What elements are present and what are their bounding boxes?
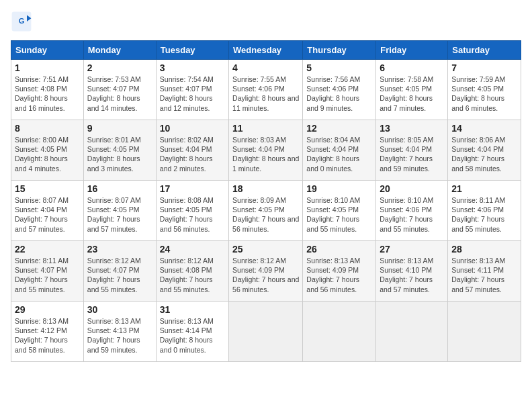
day-info: Sunrise: 8:05 AM Sunset: 4:04 PM Dayligh… — [380, 135, 444, 173]
day-number: 12 — [306, 123, 372, 134]
day-info: Sunrise: 7:56 AM Sunset: 4:06 PM Dayligh… — [306, 75, 372, 113]
day-number: 30 — [87, 304, 152, 315]
calendar-cell: 11Sunrise: 8:03 AM Sunset: 4:04 PM Dayli… — [229, 120, 303, 181]
calendar-week-row: 15Sunrise: 8:07 AM Sunset: 4:04 PM Dayli… — [11, 181, 521, 241]
day-info: Sunrise: 8:07 AM Sunset: 4:05 PM Dayligh… — [87, 195, 152, 234]
weekday-header-wednesday: Wednesday — [229, 41, 303, 60]
calendar-cell: 1Sunrise: 7:51 AM Sunset: 4:08 PM Daylig… — [11, 60, 84, 120]
day-number: 5 — [306, 62, 372, 73]
calendar-cell — [376, 302, 448, 362]
calendar-cell: 27Sunrise: 8:13 AM Sunset: 4:10 PM Dayli… — [376, 241, 448, 302]
day-info: Sunrise: 8:12 AM Sunset: 4:07 PM Dayligh… — [87, 256, 152, 294]
day-info: Sunrise: 7:55 AM Sunset: 4:06 PM Dayligh… — [232, 75, 299, 113]
calendar-cell: 13Sunrise: 8:05 AM Sunset: 4:04 PM Dayli… — [376, 120, 448, 181]
day-number: 31 — [160, 304, 225, 315]
day-number: 25 — [232, 244, 299, 255]
day-info: Sunrise: 8:07 AM Sunset: 4:04 PM Dayligh… — [15, 195, 80, 234]
logo: G — [11, 11, 35, 32]
calendar-week-row: 22Sunrise: 8:11 AM Sunset: 4:07 PM Dayli… — [11, 241, 521, 302]
day-info: Sunrise: 7:58 AM Sunset: 4:05 PM Dayligh… — [380, 75, 444, 113]
day-info: Sunrise: 8:06 AM Sunset: 4:04 PM Dayligh… — [451, 135, 517, 173]
calendar-cell: 21Sunrise: 8:11 AM Sunset: 4:06 PM Dayli… — [448, 181, 521, 241]
day-number: 16 — [87, 183, 152, 194]
day-number: 10 — [160, 123, 225, 134]
calendar-cell: 14Sunrise: 8:06 AM Sunset: 4:04 PM Dayli… — [448, 120, 521, 181]
day-info: Sunrise: 8:00 AM Sunset: 4:05 PM Dayligh… — [15, 135, 80, 173]
calendar-cell: 29Sunrise: 8:13 AM Sunset: 4:12 PM Dayli… — [11, 302, 84, 362]
calendar-cell: 5Sunrise: 7:56 AM Sunset: 4:06 PM Daylig… — [303, 60, 376, 120]
day-number: 18 — [232, 183, 299, 194]
calendar-cell: 25Sunrise: 8:12 AM Sunset: 4:09 PM Dayli… — [229, 241, 303, 302]
calendar-cell: 8Sunrise: 8:00 AM Sunset: 4:05 PM Daylig… — [11, 120, 84, 181]
calendar-cell — [303, 302, 376, 362]
calendar-cell: 7Sunrise: 7:59 AM Sunset: 4:05 PM Daylig… — [448, 60, 521, 120]
day-number: 28 — [451, 244, 517, 255]
day-info: Sunrise: 8:12 AM Sunset: 4:08 PM Dayligh… — [160, 256, 225, 294]
day-number: 3 — [160, 62, 225, 73]
day-number: 20 — [380, 183, 444, 194]
page-header: G — [11, 11, 521, 32]
day-info: Sunrise: 8:13 AM Sunset: 4:12 PM Dayligh… — [15, 316, 80, 355]
day-info: Sunrise: 8:08 AM Sunset: 4:05 PM Dayligh… — [160, 195, 225, 234]
day-info: Sunrise: 8:13 AM Sunset: 4:13 PM Dayligh… — [87, 316, 152, 355]
calendar-cell: 26Sunrise: 8:13 AM Sunset: 4:09 PM Dayli… — [303, 241, 376, 302]
calendar-cell: 19Sunrise: 8:10 AM Sunset: 4:05 PM Dayli… — [303, 181, 376, 241]
day-number: 13 — [380, 123, 444, 134]
day-number: 8 — [15, 123, 80, 134]
calendar-cell: 23Sunrise: 8:12 AM Sunset: 4:07 PM Dayli… — [83, 241, 156, 302]
day-number: 7 — [451, 62, 517, 73]
day-info: Sunrise: 8:04 AM Sunset: 4:04 PM Dayligh… — [306, 135, 372, 173]
day-info: Sunrise: 8:10 AM Sunset: 4:05 PM Dayligh… — [306, 195, 372, 234]
calendar-cell: 17Sunrise: 8:08 AM Sunset: 4:05 PM Dayli… — [156, 181, 228, 241]
weekday-header-thursday: Thursday — [303, 41, 376, 60]
day-number: 27 — [380, 244, 444, 255]
calendar-cell — [448, 302, 521, 362]
day-info: Sunrise: 8:03 AM Sunset: 4:04 PM Dayligh… — [232, 135, 299, 173]
calendar-cell: 4Sunrise: 7:55 AM Sunset: 4:06 PM Daylig… — [229, 60, 303, 120]
day-number: 17 — [160, 183, 225, 194]
day-number: 22 — [15, 244, 80, 255]
day-number: 19 — [306, 183, 372, 194]
day-info: Sunrise: 8:13 AM Sunset: 4:10 PM Dayligh… — [380, 256, 444, 294]
calendar-cell: 30Sunrise: 8:13 AM Sunset: 4:13 PM Dayli… — [83, 302, 156, 362]
day-info: Sunrise: 8:01 AM Sunset: 4:05 PM Dayligh… — [87, 135, 152, 173]
day-info: Sunrise: 8:13 AM Sunset: 4:14 PM Dayligh… — [160, 316, 225, 355]
weekday-header-saturday: Saturday — [448, 41, 521, 60]
day-info: Sunrise: 8:13 AM Sunset: 4:09 PM Dayligh… — [306, 256, 372, 294]
calendar-cell: 22Sunrise: 8:11 AM Sunset: 4:07 PM Dayli… — [11, 241, 84, 302]
calendar-cell: 28Sunrise: 8:13 AM Sunset: 4:11 PM Dayli… — [448, 241, 521, 302]
calendar-week-row: 1Sunrise: 7:51 AM Sunset: 4:08 PM Daylig… — [11, 60, 521, 120]
weekday-header-row: SundayMondayTuesdayWednesdayThursdayFrid… — [11, 41, 521, 60]
day-info: Sunrise: 7:53 AM Sunset: 4:07 PM Dayligh… — [87, 75, 152, 113]
weekday-header-monday: Monday — [83, 41, 156, 60]
weekday-header-tuesday: Tuesday — [156, 41, 228, 60]
calendar-cell: 18Sunrise: 8:09 AM Sunset: 4:05 PM Dayli… — [229, 181, 303, 241]
calendar-cell — [229, 302, 303, 362]
day-number: 6 — [380, 62, 444, 73]
day-info: Sunrise: 8:09 AM Sunset: 4:05 PM Dayligh… — [232, 195, 299, 234]
day-number: 14 — [451, 123, 517, 134]
calendar-cell: 6Sunrise: 7:58 AM Sunset: 4:05 PM Daylig… — [376, 60, 448, 120]
calendar-cell: 12Sunrise: 8:04 AM Sunset: 4:04 PM Dayli… — [303, 120, 376, 181]
day-info: Sunrise: 7:54 AM Sunset: 4:07 PM Dayligh… — [160, 75, 225, 113]
day-info: Sunrise: 8:12 AM Sunset: 4:09 PM Dayligh… — [232, 256, 299, 294]
svg-text:G: G — [19, 17, 25, 25]
day-number: 11 — [232, 123, 299, 134]
day-number: 15 — [15, 183, 80, 194]
day-info: Sunrise: 8:11 AM Sunset: 4:06 PM Dayligh… — [451, 195, 517, 234]
calendar-cell: 20Sunrise: 8:10 AM Sunset: 4:06 PM Dayli… — [376, 181, 448, 241]
calendar-week-row: 29Sunrise: 8:13 AM Sunset: 4:12 PM Dayli… — [11, 302, 521, 362]
day-info: Sunrise: 7:59 AM Sunset: 4:05 PM Dayligh… — [451, 75, 517, 113]
calendar-cell: 24Sunrise: 8:12 AM Sunset: 4:08 PM Dayli… — [156, 241, 228, 302]
day-info: Sunrise: 8:13 AM Sunset: 4:11 PM Dayligh… — [451, 256, 517, 294]
day-number: 1 — [15, 62, 80, 73]
calendar-cell: 16Sunrise: 8:07 AM Sunset: 4:05 PM Dayli… — [83, 181, 156, 241]
day-number: 21 — [451, 183, 517, 194]
calendar-cell: 15Sunrise: 8:07 AM Sunset: 4:04 PM Dayli… — [11, 181, 84, 241]
calendar-cell: 31Sunrise: 8:13 AM Sunset: 4:14 PM Dayli… — [156, 302, 228, 362]
day-info: Sunrise: 8:02 AM Sunset: 4:04 PM Dayligh… — [160, 135, 225, 173]
day-number: 9 — [87, 123, 152, 134]
calendar-table: SundayMondayTuesdayWednesdayThursdayFrid… — [11, 40, 521, 362]
calendar-week-row: 8Sunrise: 8:00 AM Sunset: 4:05 PM Daylig… — [11, 120, 521, 181]
day-number: 26 — [306, 244, 372, 255]
